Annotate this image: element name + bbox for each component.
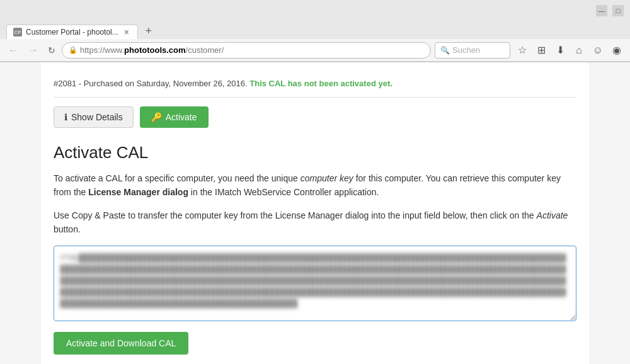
url-display: https://www.phototools.com/customer/: [80, 45, 224, 55]
new-tab-button[interactable]: +: [140, 23, 157, 39]
active-tab[interactable]: CP Customer Portal - phootol... ×: [6, 25, 138, 39]
minimize-button[interactable]: —: [596, 5, 607, 16]
section-title: Activate CAL: [54, 143, 576, 162]
description-paragraph-2: Use Copy & Paste to transfer the compute…: [54, 208, 576, 237]
show-details-button[interactable]: ℹ Show Details: [54, 106, 134, 128]
tab-bar: CP Customer Portal - phootol... × +: [0, 20, 630, 39]
activate-button[interactable]: 🔑 Activate: [140, 106, 209, 128]
reload-button[interactable]: ↻: [45, 45, 58, 55]
show-details-label: Show Details: [71, 112, 123, 122]
tab-favicon: CP: [13, 28, 22, 37]
desc1-italic: computer key: [301, 173, 353, 183]
desc2-italic: Activate: [537, 210, 568, 220]
tab-close-button[interactable]: ×: [122, 28, 131, 37]
title-bar: — □: [0, 0, 630, 20]
activate-label: Activate: [166, 112, 197, 122]
downloads-icon[interactable]: ⬇: [552, 42, 568, 59]
info-icon: ℹ: [64, 112, 67, 122]
desc1-end: in the IMatch WebService Controller appl…: [188, 187, 379, 197]
search-icon: 🔍: [440, 46, 450, 55]
bookmarks-icon[interactable]: ☆: [514, 42, 530, 59]
pocket-icon[interactable]: ◉: [609, 42, 625, 59]
lock-icon: 🔒: [69, 46, 77, 54]
toolbar-icons: ☆ ⊞ ⬇ ⌂ ☺ ◉: [514, 42, 625, 59]
back-button[interactable]: ←: [5, 42, 21, 59]
activate-download-button[interactable]: Activate and Download CAL: [54, 332, 188, 355]
key-icon: 🔑: [151, 112, 162, 122]
purchase-info: #2081 - Purchased on Saturday, November …: [54, 72, 576, 98]
browser-chrome: — □ CP Customer Portal - phootol... × + …: [0, 0, 630, 62]
activate-download-label: Activate and Download CAL: [66, 338, 176, 348]
computer-key-textarea[interactable]: PTMK████████████████████████████████████…: [54, 246, 576, 321]
desc1-bold: License Manager dialog: [88, 187, 188, 197]
reading-list-icon[interactable]: ⊞: [533, 42, 549, 59]
desc1-pre: To activate a CAL for a specific compute…: [54, 173, 301, 183]
title-bar-controls: — □: [596, 5, 624, 16]
forward-button[interactable]: →: [25, 42, 42, 59]
desc2-end: button.: [54, 224, 81, 234]
cal-warning-text: This CAL has not been activated yet.: [249, 79, 392, 88]
url-bar[interactable]: 🔒 https://www.phototools.com/customer/: [62, 42, 431, 59]
purchase-text: #2081 - Purchased on Saturday, November …: [54, 79, 248, 88]
search-bar[interactable]: 🔍 Suchen: [435, 42, 510, 59]
nav-bar: ← → ↻ 🔒 https://www.phototools.com/custo…: [0, 39, 630, 62]
page-content: #2081 - Purchased on Saturday, November …: [41, 62, 589, 364]
profile-icon[interactable]: ☺: [590, 42, 606, 59]
tab-title: Customer Portal - phootol...: [26, 28, 118, 37]
maximize-button[interactable]: □: [612, 5, 624, 16]
home-icon[interactable]: ⌂: [571, 42, 587, 59]
action-buttons-row: ℹ Show Details 🔑 Activate: [54, 106, 576, 128]
search-placeholder: Suchen: [452, 45, 480, 55]
description-paragraph-1: To activate a CAL for a specific compute…: [54, 171, 576, 200]
desc2-pre: Use Copy & Paste to transfer the compute…: [54, 210, 537, 220]
